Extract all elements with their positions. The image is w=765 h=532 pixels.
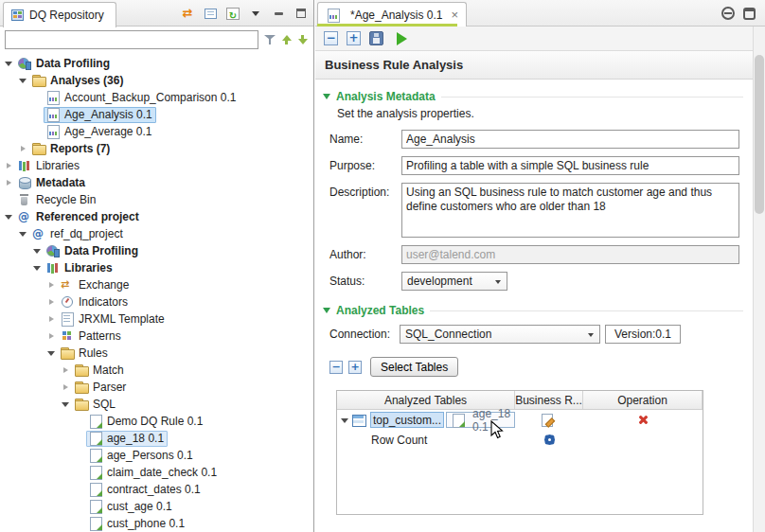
editor-scrollbar[interactable] <box>753 27 765 532</box>
search-input[interactable] <box>5 30 258 49</box>
tree-item-selection: Match <box>72 363 128 379</box>
tree-item-age-persons-0-1[interactable]: age_Persons 0.1 <box>0 447 313 464</box>
twistie-collapsed-icon[interactable] <box>4 160 14 171</box>
collapse-sections-icon[interactable]: − <box>324 31 338 45</box>
tree-item-analyses-36[interactable]: Analyses (36) <box>0 72 313 89</box>
description-field[interactable]: Using an SQL business rule to match cust… <box>401 183 739 238</box>
section-title: Analyzed Tables <box>336 304 424 317</box>
tree-item-libraries[interactable]: Libraries <box>0 259 313 276</box>
tree-item-contract-dates-0-1[interactable]: contract_dates 0.1 <box>0 481 313 498</box>
tree-item-age-analysis-0-1[interactable]: Age_Analysis 0.1 <box>0 106 313 123</box>
section-twistie-icon[interactable] <box>323 308 330 313</box>
tree-item-claim-date-check-0-1[interactable]: claim_date_check 0.1 <box>0 464 313 481</box>
tab-dq-repository[interactable]: DQ Repository <box>3 2 116 27</box>
purpose-field[interactable] <box>401 156 739 175</box>
tree-item-cust-phone-0-1[interactable]: cust_phone 0.1 <box>0 515 313 532</box>
refresh-icon[interactable]: ⇄ <box>180 4 195 23</box>
minimize-view-icon[interactable] <box>271 4 286 23</box>
twistie-collapsed-icon[interactable] <box>46 330 57 342</box>
twistie-collapsed-icon[interactable] <box>46 313 57 325</box>
tree-item-cust-age-0-1[interactable]: cust_age 0.1 <box>0 498 313 515</box>
tree-item-exchange[interactable]: Exchange <box>0 276 313 293</box>
tree-item-referenced-project[interactable]: Referenced project <box>0 208 313 225</box>
maximize-editor-icon[interactable] <box>743 8 756 20</box>
twistie-expanded-icon[interactable] <box>18 228 28 239</box>
purpose-label: Purpose: <box>329 156 400 172</box>
tree-item-indicators[interactable]: Indicators <box>0 293 313 310</box>
twistie-expanded-icon[interactable] <box>340 415 350 426</box>
twistie-spacer <box>75 501 85 512</box>
collapse-all-icon[interactable] <box>203 4 218 23</box>
run-analysis-icon[interactable] <box>397 32 407 45</box>
tree-item-age-average-0-1[interactable]: Age_Average 0.1 <box>0 123 313 140</box>
author-field <box>401 245 739 264</box>
grid-header-operation[interactable]: Operation <box>583 391 703 409</box>
tree-item-parser[interactable]: Parser <box>0 379 313 396</box>
tree-item-libraries[interactable]: Libraries <box>0 157 313 174</box>
delete-icon[interactable] <box>637 414 649 426</box>
tree-item-data-profiling[interactable]: Data Profiling <box>0 55 313 72</box>
tree-item-match[interactable]: Match <box>0 362 313 379</box>
section-twistie-icon[interactable] <box>323 94 330 99</box>
tree-item-account-backup-comparison-0-1[interactable]: Account_Backup_Comparison 0.1 <box>0 89 313 106</box>
row-count-label: Row Count <box>371 434 427 447</box>
tree-item-demo-dq-rule-0-1[interactable]: Demo DQ Rule 0.1 <box>0 413 313 430</box>
table-row[interactable]: Row Count <box>337 430 703 450</box>
twistie-expanded-icon[interactable] <box>4 58 14 69</box>
folder-icon <box>74 398 89 411</box>
expand-rows-icon[interactable]: + <box>348 361 362 374</box>
twistie-expanded-icon[interactable] <box>32 262 43 274</box>
tree-item-jrxml-template[interactable]: JRXML Template <box>0 310 313 328</box>
twistie-expanded-icon[interactable] <box>61 399 71 410</box>
grid-header-business-rule[interactable]: Business R... <box>515 391 583 409</box>
save-icon[interactable] <box>369 31 383 45</box>
gear-icon[interactable] <box>543 434 556 446</box>
connection-select[interactable]: SQL_Connection <box>400 325 600 344</box>
tree-item-selection: Age_Average 0.1 <box>44 124 156 140</box>
tree-item-recycle-bin[interactable]: Recycle Bin <box>0 191 313 208</box>
filter-icon[interactable] <box>263 33 276 46</box>
twistie-collapsed-icon[interactable] <box>4 177 14 188</box>
table-row[interactable]: top_custom... age_18 0.1 <box>337 410 703 430</box>
twistie-expanded-icon[interactable] <box>4 211 14 222</box>
next-match-arrow-icon[interactable] <box>297 33 309 46</box>
twistie-collapsed-icon[interactable] <box>46 279 57 291</box>
tree-item-label: Account_Backup_Comparison 0.1 <box>64 91 236 104</box>
previous-match-arrow-icon[interactable] <box>281 33 293 46</box>
close-tab-icon[interactable]: × <box>451 9 458 21</box>
tree-item-age-18-0-1[interactable]: age_18 0.1 <box>0 430 313 447</box>
tree-item-ref-dq-project[interactable]: ref_dq_project <box>0 225 313 242</box>
tree-item-metadata[interactable]: Metadata <box>0 174 313 191</box>
tree-item-label: Parser <box>93 381 126 394</box>
twistie-expanded-icon[interactable] <box>46 347 57 359</box>
business-rule-icon[interactable] <box>540 414 555 427</box>
tree-item-rules[interactable]: Rules <box>0 345 313 362</box>
view-menu-chevron-icon[interactable] <box>248 4 263 23</box>
twistie-expanded-icon[interactable] <box>18 75 28 86</box>
twistie-collapsed-icon[interactable] <box>46 296 57 308</box>
twistie-collapsed-icon[interactable] <box>61 364 71 376</box>
maximize-view-icon[interactable] <box>294 4 309 23</box>
status-select[interactable]: development <box>401 272 507 291</box>
scrollbar-thumb[interactable] <box>755 55 764 214</box>
twistie-collapsed-icon[interactable] <box>18 143 28 154</box>
analyzed-table-name[interactable]: top_custom... <box>370 412 444 428</box>
rule-icon <box>88 500 103 513</box>
twistie-spacer <box>32 126 43 137</box>
tree-item-sql[interactable]: SQL <box>0 396 313 413</box>
tree-item-data-profiling[interactable]: Data Profiling <box>0 242 313 259</box>
expand-sections-icon[interactable]: + <box>347 31 361 45</box>
link-with-editor-icon[interactable]: ↻ <box>225 4 240 23</box>
dq-repository-panel: DQ Repository ⇄ ↻ Data ProfilingAnalyses… <box>0 0 314 532</box>
select-tables-button[interactable]: Select Tables <box>370 357 458 377</box>
twistie-expanded-icon[interactable] <box>32 245 43 257</box>
name-field[interactable] <box>401 130 739 149</box>
twistie-collapsed-icon[interactable] <box>61 381 71 393</box>
tree-item-reports-7[interactable]: Reports (7) <box>0 140 313 157</box>
minimize-editor-icon[interactable] <box>721 7 735 20</box>
tree-item-selection: JRXML Template <box>58 311 169 328</box>
tree-item-patterns[interactable]: Patterns <box>0 328 313 345</box>
name-label: Name: <box>329 130 400 146</box>
collapse-rows-icon[interactable]: − <box>329 361 343 374</box>
tree-item-label: Referenced project <box>36 210 139 223</box>
